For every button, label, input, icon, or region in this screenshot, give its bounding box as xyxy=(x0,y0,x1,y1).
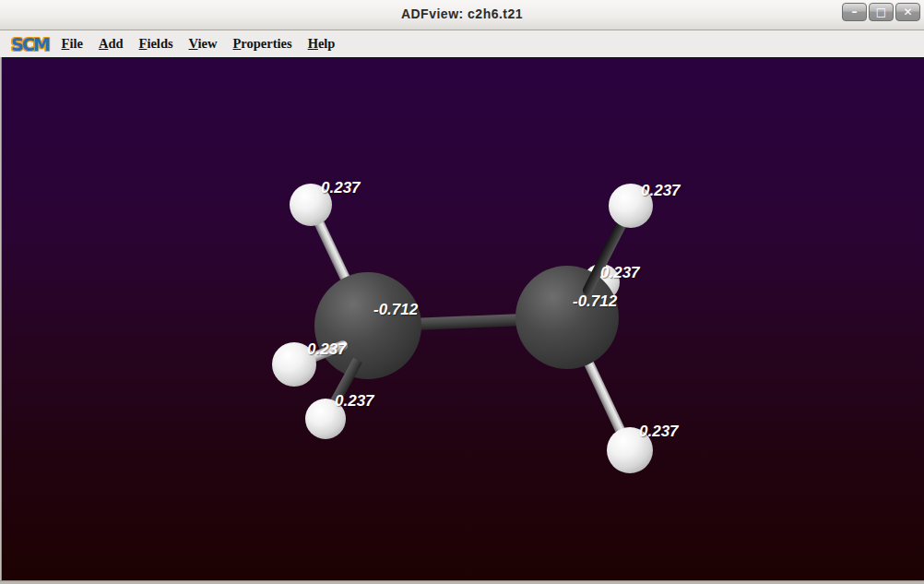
charge-label-H1: 0.237 xyxy=(321,179,361,197)
menu-item-help[interactable]: Help xyxy=(308,36,336,52)
window-controls: –□✕ xyxy=(842,3,920,21)
charge-label-H2: 0.237 xyxy=(641,182,681,200)
window-border-bottom xyxy=(0,580,924,584)
menu-bar: SCM FileAddFieldsViewPropertiesHelp xyxy=(0,30,924,57)
charge-label-C2: -0.712 xyxy=(573,292,617,311)
viewport-3d[interactable]: 0.237-0.712-0.7120.2370.2370.2370.2370.2… xyxy=(2,57,924,581)
charge-label-H3: 0.237 xyxy=(307,340,347,359)
maximize-button[interactable]: □ xyxy=(869,3,894,21)
menu-item-view[interactable]: View xyxy=(189,36,218,52)
minimize-icon: – xyxy=(852,6,858,18)
charge-label-H5: 0.237 xyxy=(639,423,679,441)
minimize-button[interactable]: – xyxy=(842,3,867,21)
charge-label-H4: 0.237 xyxy=(335,392,374,411)
atom-C1[interactable] xyxy=(314,272,421,379)
close-icon: ✕ xyxy=(903,6,912,18)
molecule-scene: 0.237-0.712-0.7120.2370.2370.2370.2370.2… xyxy=(2,58,924,581)
app-window: ADFview: c2h6.t21 –□✕ SCM FileAddFieldsV… xyxy=(0,0,924,584)
window-title: ADFview: c2h6.t21 xyxy=(0,6,924,21)
menu-item-fields[interactable]: Fields xyxy=(139,36,173,52)
charge-label-C1: -0.712 xyxy=(373,301,418,319)
menu-item-file[interactable]: File xyxy=(62,36,83,52)
scm-logo: SCM xyxy=(11,34,49,54)
maximize-icon: □ xyxy=(876,6,886,18)
menu-item-add[interactable]: Add xyxy=(99,36,124,52)
menu-items: FileAddFieldsViewPropertiesHelp xyxy=(62,36,351,52)
window-border-left xyxy=(0,57,2,580)
charge-label-H6: 0.237 xyxy=(600,264,640,282)
close-button[interactable]: ✕ xyxy=(895,3,920,21)
menu-item-properties[interactable]: Properties xyxy=(232,36,291,52)
title-bar[interactable]: ADFview: c2h6.t21 –□✕ xyxy=(0,0,924,30)
